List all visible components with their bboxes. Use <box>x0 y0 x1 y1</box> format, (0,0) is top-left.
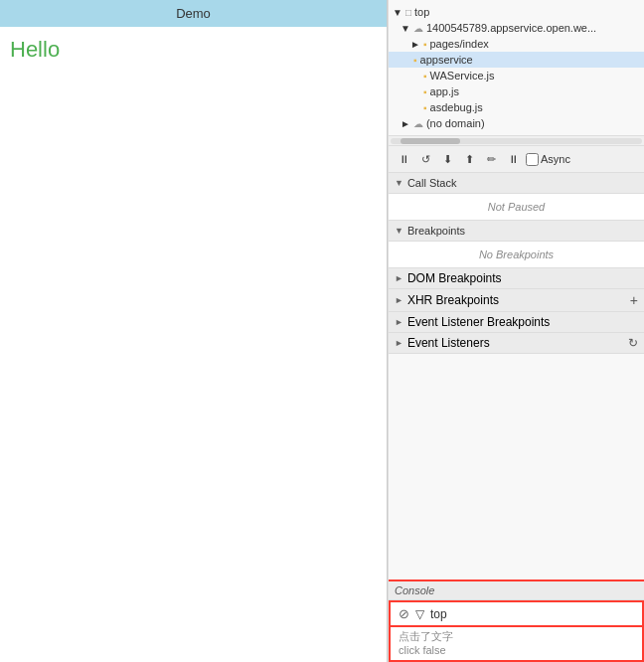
console-label: Console <box>395 584 434 596</box>
tree-item-pages[interactable]: ► ▪ pages/index <box>389 36 644 52</box>
arrow-icon: ► <box>401 118 410 129</box>
section-arrow-icon: ► <box>395 273 403 283</box>
tree-item-top[interactable]: ▼ □ top <box>389 4 644 20</box>
section-arrow-icon: ▼ <box>395 226 403 236</box>
step-out-button[interactable]: ⬆ <box>460 150 478 168</box>
xhr-breakpoints-row[interactable]: ► XHR Breakpoints + <box>389 289 644 312</box>
file-icon: ▪ <box>423 71 427 82</box>
tree-label: asdebug.js <box>430 101 483 113</box>
console-top-label: top <box>430 607 447 621</box>
folder-icon: ▪ <box>423 39 427 50</box>
deactivate-button[interactable]: ⏸ <box>504 150 522 168</box>
breakpoints-label: Breakpoints <box>407 225 465 237</box>
device-content: Hello <box>0 27 387 662</box>
hello-text: Hello <box>10 37 60 62</box>
tree-item-waservice[interactable]: ▪ WAService.js <box>389 68 644 83</box>
device-title: Demo <box>176 6 211 21</box>
async-check[interactable] <box>526 153 539 166</box>
async-checkbox[interactable]: Async <box>526 153 570 166</box>
call-stack-content: Not Paused <box>389 194 644 221</box>
section-arrow-icon: ► <box>395 338 403 348</box>
event-listeners-row[interactable]: ► Event Listeners ↻ <box>389 333 644 354</box>
scrollbar-thumb <box>401 138 460 144</box>
breakpoints-content: No Breakpoints <box>389 242 644 268</box>
pause-button[interactable]: ⏸ <box>395 150 412 168</box>
step-into-button[interactable]: ⬇ <box>438 150 456 168</box>
call-stack-header[interactable]: ▼ Call Stack <box>389 173 644 194</box>
breakpoints-status: No Breakpoints <box>397 246 636 263</box>
tree-item-appservice[interactable]: ▪ appservice <box>389 52 644 68</box>
tree-item-cloud[interactable]: ▼ ☁ 1400545789.appservice.open.we... <box>389 20 644 36</box>
arrow-icon: ► <box>410 39 420 50</box>
tree-label: pages/index <box>429 38 488 50</box>
section-arrow-icon: ► <box>395 317 403 327</box>
tree-item-asdebug[interactable]: ▪ asdebug.js <box>389 99 644 115</box>
call-stack-label: Call Stack <box>407 177 457 189</box>
device-title-bar: Demo <box>0 0 387 27</box>
section-arrow-icon: ► <box>395 295 403 305</box>
tree-label: 1400545789.appservice.open.we... <box>426 22 596 34</box>
tree-label: appservice <box>420 54 473 66</box>
tree-label: WAService.js <box>430 70 495 82</box>
console-section: Console ⊘ ▽ top 点击了文字 click false <box>389 579 644 662</box>
filter-icon: ▽ <box>415 607 424 621</box>
file-tree[interactable]: ▼ □ top ▼ ☁ 1400545789.appservice.open.w… <box>389 0 644 136</box>
cloud-icon: ☁ <box>413 118 423 129</box>
breakpoints-header[interactable]: ▼ Breakpoints <box>389 221 644 242</box>
event-listener-breakpoints-label: Event Listener Breakpoints <box>407 315 550 329</box>
devtools-panel: ▼ □ top ▼ ☁ 1400545789.appservice.open.w… <box>388 0 644 662</box>
console-line-2: click false <box>399 644 634 656</box>
async-label: Async <box>541 153 570 165</box>
debug-toolbar: ⏸ ↺ ⬇ ⬆ ✏ ⏸ Async <box>389 146 644 173</box>
file-icon: ▪ <box>423 102 427 113</box>
arrow-icon: ▼ <box>401 23 410 34</box>
tree-item-appjs[interactable]: ▪ app.js <box>389 83 644 99</box>
spacer <box>389 354 644 579</box>
console-line-1: 点击了文字 <box>399 629 634 644</box>
scrollbar-track <box>391 138 642 144</box>
section-arrow-icon: ▼ <box>395 178 403 188</box>
dom-breakpoints-label: DOM Breakpoints <box>407 271 502 285</box>
tree-item-nodomain[interactable]: ► ☁ (no domain) <box>389 115 644 131</box>
block-icon: ⊘ <box>399 606 409 621</box>
console-row[interactable]: ⊘ ▽ top <box>389 600 644 627</box>
add-xhr-breakpoint-button[interactable]: + <box>630 292 638 308</box>
dom-breakpoints-row[interactable]: ► DOM Breakpoints <box>389 268 644 289</box>
console-output: 点击了文字 click false <box>389 627 644 662</box>
call-stack-status: Not Paused <box>397 198 636 216</box>
tree-label: app.js <box>430 85 459 97</box>
file-icon: ▪ <box>423 86 427 97</box>
tree-label: top <box>414 6 429 18</box>
cloud-icon: ☁ <box>413 23 423 34</box>
arrow-icon: ▼ <box>393 7 402 18</box>
edit-button[interactable]: ✏ <box>482 150 500 168</box>
folder-icon: ▪ <box>413 55 417 66</box>
xhr-breakpoints-label: XHR Breakpoints <box>407 293 499 307</box>
event-listeners-label: Event Listeners <box>407 336 490 350</box>
event-listener-breakpoints-row[interactable]: ► Event Listener Breakpoints <box>389 312 644 333</box>
refresh-event-listeners-button[interactable]: ↻ <box>628 336 638 350</box>
horizontal-scrollbar[interactable] <box>389 136 644 146</box>
console-header: Console <box>389 581 644 600</box>
tree-label: (no domain) <box>426 117 485 129</box>
device-preview-panel: Demo Hello <box>0 0 388 662</box>
file-icon: □ <box>405 7 411 18</box>
step-over-button[interactable]: ↺ <box>416 150 434 168</box>
